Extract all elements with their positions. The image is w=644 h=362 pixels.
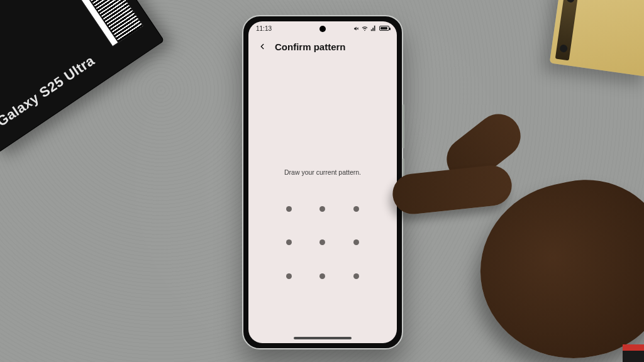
status-time: 11:13 <box>256 25 272 32</box>
home-indicator[interactable] <box>294 337 352 339</box>
pattern-dot-6[interactable] <box>353 239 359 245</box>
mute-icon <box>353 26 359 31</box>
product-box-title: Galaxy S25 Ultra <box>0 52 98 129</box>
pattern-dot-2[interactable] <box>319 206 325 212</box>
signal-icon <box>370 25 377 31</box>
pattern-dot-7[interactable] <box>286 273 292 279</box>
pattern-input-grid[interactable] <box>272 192 373 293</box>
camera-punch-hole <box>319 26 326 32</box>
pattern-dot-8[interactable] <box>319 273 325 279</box>
battery-icon <box>379 26 389 31</box>
barcode-label <box>28 0 144 47</box>
phone-device-frame: 11:13 Confirm pattern <box>242 15 403 349</box>
product-retail-box: Galaxy S25 Ultra <box>0 0 165 153</box>
pattern-dot-1[interactable] <box>286 206 292 212</box>
wooden-block-prop <box>550 0 644 77</box>
hinge-icon <box>555 0 579 60</box>
phone-screen: 11:13 Confirm pattern <box>248 21 397 343</box>
back-button[interactable] <box>256 40 269 53</box>
page-title: Confirm pattern <box>275 41 346 52</box>
pattern-dot-3[interactable] <box>353 206 359 212</box>
watermark-chip <box>623 344 644 362</box>
pattern-dot-5[interactable] <box>319 239 325 245</box>
wifi-icon <box>362 25 368 31</box>
chevron-left-icon <box>258 42 267 51</box>
pattern-dot-9[interactable] <box>353 273 359 279</box>
instruction-text: Draw your current pattern. <box>248 168 397 176</box>
app-header: Confirm pattern <box>248 36 397 57</box>
pattern-dot-4[interactable] <box>286 239 292 245</box>
battery-fill <box>380 27 387 30</box>
